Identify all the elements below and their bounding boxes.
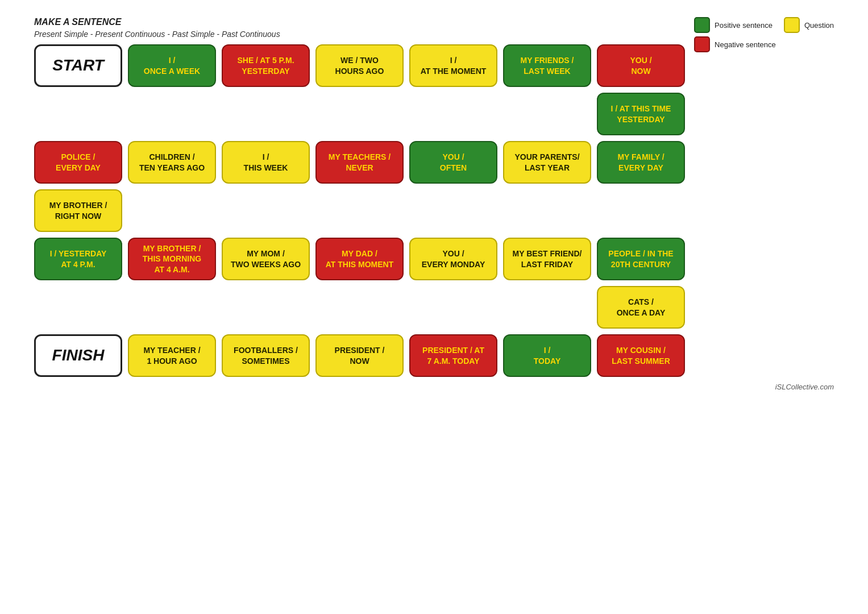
- cell-3-0[interactable]: MY BROTHER /RIGHT NOW: [34, 189, 122, 232]
- legend-positive: Positive sentence: [694, 17, 773, 33]
- cell-6-4[interactable]: PRESIDENT / AT7 A.M. TODAY: [409, 334, 497, 377]
- legend-green-box: [694, 17, 710, 33]
- cell-0-5[interactable]: MY FRIENDS /LAST WEEK: [503, 44, 591, 87]
- cell-6-0[interactable]: FINISH: [34, 334, 122, 377]
- legend-yellow-box: [784, 17, 800, 33]
- cell-0-6[interactable]: YOU /NOW: [597, 44, 685, 87]
- cell-4-2[interactable]: MY MOM /TWO WEEKS AGO: [222, 238, 310, 280]
- page: MAKE A SENTENCE Present Simple - Present…: [0, 0, 868, 614]
- cell-5-6[interactable]: CATS /ONCE A DAY: [597, 286, 685, 329]
- board-row-2: POLICE /EVERY DAYCHILDREN /TEN YEARS AGO…: [34, 141, 834, 184]
- cell-0-4[interactable]: I /AT THE MOMENT: [409, 44, 497, 87]
- cell-2-5[interactable]: YOUR PARENTS/LAST YEAR: [503, 141, 591, 184]
- legend: Positive sentence Question Negative sent…: [694, 17, 834, 52]
- cell-2-6[interactable]: MY FAMILY /EVERY DAY: [597, 141, 685, 184]
- legend-positive-label: Positive sentence: [715, 21, 773, 30]
- cell-0-1[interactable]: I /ONCE A WEEK: [128, 44, 216, 87]
- legend-row-2: Negative sentence: [694, 36, 834, 52]
- cell-4-6[interactable]: PEOPLE / IN THE20TH CENTURY: [597, 238, 685, 280]
- cell-4-4[interactable]: YOU /EVERY MONDAY: [409, 238, 497, 280]
- board-row-5: CATS /ONCE A DAY: [34, 286, 834, 329]
- legend-row-1: Positive sentence Question: [694, 17, 834, 33]
- board: STARTI /ONCE A WEEKSHE / AT 5 P.M.YESTER…: [34, 44, 834, 377]
- cell-1-6[interactable]: I / AT THIS TIMEYESTERDAY: [597, 93, 685, 135]
- cell-2-3[interactable]: MY TEACHERS /NEVER: [315, 141, 404, 184]
- board-row-6: FINISHMY TEACHER /1 HOUR AGOFOOTBALLERS …: [34, 334, 834, 377]
- board-row-1: I / AT THIS TIMEYESTERDAY: [34, 93, 834, 135]
- cell-0-2[interactable]: SHE / AT 5 P.M.YESTERDAY: [222, 44, 310, 87]
- cell-6-6[interactable]: MY COUSIN /LAST SUMMER: [597, 334, 685, 377]
- cell-6-3[interactable]: PRESIDENT /NOW: [315, 334, 404, 377]
- legend-red-box: [694, 36, 710, 52]
- legend-question: Question: [784, 17, 834, 33]
- cell-2-4[interactable]: YOU /OFTEN: [409, 141, 497, 184]
- cell-2-0[interactable]: POLICE /EVERY DAY: [34, 141, 122, 184]
- legend-question-label: Question: [804, 21, 834, 30]
- legend-negative: Negative sentence: [694, 36, 776, 52]
- cell-2-1[interactable]: CHILDREN /TEN YEARS AGO: [128, 141, 216, 184]
- cell-6-2[interactable]: FOOTBALLERS /SOMETIMES: [222, 334, 310, 377]
- cell-4-3[interactable]: MY DAD /AT THIS MOMENT: [315, 238, 404, 280]
- footer: iSLCollective.com: [34, 383, 834, 391]
- legend-negative-label: Negative sentence: [715, 40, 776, 49]
- cell-4-0[interactable]: I / YESTERDAYAT 4 P.M.: [34, 238, 122, 280]
- cell-0-0[interactable]: START: [34, 44, 122, 87]
- cell-6-5[interactable]: I /TODAY: [503, 334, 591, 377]
- board-row-3: MY BROTHER /RIGHT NOW: [34, 189, 834, 232]
- board-row-4: I / YESTERDAYAT 4 P.M.MY BROTHER /THIS M…: [34, 238, 834, 280]
- cell-4-1[interactable]: MY BROTHER /THIS MORNINGAT 4 A.M.: [128, 238, 216, 280]
- cell-6-1[interactable]: MY TEACHER /1 HOUR AGO: [128, 334, 216, 377]
- cell-0-3[interactable]: WE / TWOHOURS AGO: [315, 44, 404, 87]
- cell-4-5[interactable]: MY BEST FRIEND/LAST FRIDAY: [503, 238, 591, 280]
- cell-2-2[interactable]: I /THIS WEEK: [222, 141, 310, 184]
